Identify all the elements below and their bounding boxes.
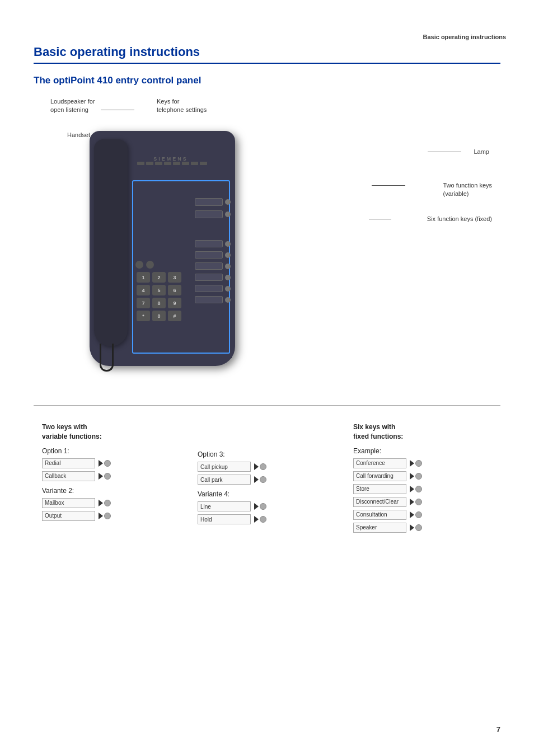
conference-key-indicator bbox=[410, 460, 422, 467]
call-park-key-label: Call park bbox=[198, 475, 251, 485]
speaker-arrow-icon bbox=[410, 524, 414, 531]
speaker-light-icon bbox=[415, 524, 422, 531]
line-arrow-icon bbox=[254, 503, 259, 510]
line-light-icon bbox=[260, 503, 266, 510]
call-park-key-row: Call park bbox=[198, 475, 336, 485]
hold-key-row: Hold bbox=[198, 514, 336, 524]
lamp-label: Lamp bbox=[474, 148, 489, 156]
call-pickup-indicator bbox=[254, 463, 266, 470]
mailbox-light-icon bbox=[104, 500, 111, 506]
call-park-light-icon bbox=[260, 476, 266, 483]
hold-arrow-icon bbox=[254, 516, 259, 523]
variable-keys-column: Two keys withvariable functions: Option … bbox=[34, 417, 189, 541]
six-func-line bbox=[369, 219, 391, 219]
disconnect-arrow-icon bbox=[410, 499, 414, 505]
two-function-keys-label: Two function keys(variable) bbox=[443, 181, 492, 199]
variante2-label: Variante 2: bbox=[42, 487, 181, 495]
line-key-label: Line bbox=[198, 501, 251, 511]
callback-key-row: Callback bbox=[42, 471, 181, 481]
call-pickup-light-icon bbox=[260, 463, 266, 470]
callback-arrow-icon bbox=[99, 473, 103, 480]
redial-key-row: Redial bbox=[42, 458, 181, 468]
two-func-line bbox=[372, 185, 405, 186]
store-light-icon bbox=[415, 486, 422, 492]
keys-telephone-label: Keys fortelephone settings bbox=[157, 97, 207, 115]
call-forwarding-key-row: Call forwarding bbox=[353, 471, 492, 481]
option1-label: Option 1: bbox=[42, 447, 181, 455]
redial-key-indicator bbox=[99, 460, 111, 467]
consultation-key-row: Consultation bbox=[353, 510, 492, 520]
store-key-label: Store bbox=[353, 484, 406, 494]
variable-keys-title: Two keys withvariable functions: bbox=[42, 422, 181, 442]
disconnect-key-indicator bbox=[410, 499, 422, 505]
consultation-key-label: Consultation bbox=[353, 510, 406, 520]
redial-arrow-icon bbox=[99, 460, 103, 467]
conference-key-label: Conference bbox=[353, 458, 406, 468]
sub-title: The optiPoint 410 entry control panel bbox=[34, 75, 500, 86]
six-function-keys-label: Six function keys (fixed) bbox=[427, 215, 492, 223]
mailbox-key-row: Mailbox bbox=[42, 498, 181, 508]
consultation-key-indicator bbox=[410, 511, 422, 518]
line-key-row: Line bbox=[198, 501, 336, 511]
call-pickup-arrow-icon bbox=[254, 463, 259, 470]
redial-key-label: Redial bbox=[42, 458, 95, 468]
output-light-icon bbox=[104, 513, 111, 519]
hold-key-indicator bbox=[254, 516, 266, 523]
loudspeaker-label: Loudspeaker foropen listening bbox=[50, 97, 95, 115]
middle-keys-column: Option 3: Call pickup Call park Variante… bbox=[189, 417, 345, 541]
diagram-area: Loudspeaker foropen listening Keys forte… bbox=[34, 97, 500, 394]
store-key-indicator bbox=[410, 486, 422, 492]
hold-light-icon bbox=[260, 516, 266, 523]
mailbox-arrow-icon bbox=[99, 500, 103, 506]
conference-light-icon bbox=[415, 460, 422, 467]
callback-key-label: Callback bbox=[42, 471, 95, 481]
output-key-row: Output bbox=[42, 511, 181, 521]
option3-label: Option 3: bbox=[198, 450, 336, 458]
store-arrow-icon bbox=[410, 486, 414, 492]
example-label: Example: bbox=[353, 447, 492, 455]
mailbox-key-indicator bbox=[99, 500, 111, 506]
call-forwarding-key-indicator bbox=[410, 473, 422, 480]
page-header-label: Basic operating instructions bbox=[423, 34, 506, 40]
disconnect-key-row: Disconnect/Clear bbox=[353, 497, 492, 507]
consultation-arrow-icon bbox=[410, 511, 414, 518]
fixed-keys-title: Six keys withfixed functions: bbox=[353, 422, 492, 442]
conference-arrow-icon bbox=[410, 460, 414, 467]
output-key-indicator bbox=[99, 513, 111, 519]
line-key-indicator bbox=[254, 503, 266, 510]
output-arrow-icon bbox=[99, 513, 103, 519]
variante4-label: Variante 4: bbox=[198, 490, 336, 498]
call-pickup-key-row: Call pickup bbox=[198, 462, 336, 472]
keys-table: Two keys withvariable functions: Option … bbox=[34, 417, 500, 541]
loudspeaker-line bbox=[101, 110, 134, 110]
speaker-key-label: Speaker bbox=[353, 523, 406, 533]
store-key-row: Store bbox=[353, 484, 492, 494]
fixed-keys-column: Six keys withfixed functions: Example: C… bbox=[345, 417, 500, 541]
callback-light-icon bbox=[104, 473, 111, 480]
call-park-indicator bbox=[254, 476, 266, 483]
call-forwarding-arrow-icon bbox=[410, 473, 414, 480]
disconnect-light-icon bbox=[415, 499, 422, 505]
callback-key-indicator bbox=[99, 473, 111, 480]
speaker-key-indicator bbox=[410, 524, 422, 531]
redial-light-icon bbox=[104, 460, 111, 467]
main-title: Basic operating instructions bbox=[34, 45, 500, 64]
page-number: 7 bbox=[496, 725, 500, 734]
call-pickup-key-label: Call pickup bbox=[198, 462, 251, 472]
call-forwarding-key-label: Call forwarding bbox=[353, 471, 406, 481]
call-forwarding-light-icon bbox=[415, 473, 422, 480]
disconnect-key-label: Disconnect/Clear bbox=[353, 497, 406, 507]
conference-key-row: Conference bbox=[353, 458, 492, 468]
lamp-line bbox=[428, 152, 461, 152]
output-key-label: Output bbox=[42, 511, 95, 521]
speaker-key-row: Speaker bbox=[353, 523, 492, 533]
phone-image: SIEMENS bbox=[90, 131, 235, 366]
hold-key-label: Hold bbox=[198, 514, 251, 524]
call-park-arrow-icon bbox=[254, 476, 259, 483]
section-divider bbox=[34, 405, 500, 406]
mailbox-key-label: Mailbox bbox=[42, 498, 95, 508]
consultation-light-icon bbox=[415, 511, 422, 518]
handset-label: Handset bbox=[67, 131, 90, 139]
